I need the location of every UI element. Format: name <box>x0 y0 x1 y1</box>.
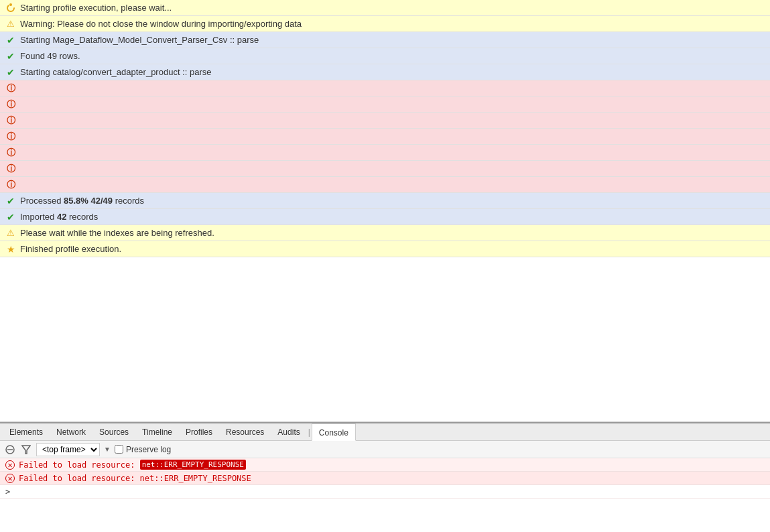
frame-selector[interactable]: <top frame> <box>36 443 100 456</box>
tab-separator: | <box>307 427 312 437</box>
check-icon: ✔ <box>5 51 16 62</box>
tab-timeline[interactable]: Timeline <box>135 423 179 441</box>
error-highlight: net::ERR_EMPTY_RESPONSE <box>140 460 246 470</box>
spin-icon <box>5 3 16 13</box>
log-row: ✔ Starting Mage_Dataflow_Model_Convert_P… <box>0 32 770 48</box>
check-icon: ✔ <box>5 196 16 206</box>
log-row: ⓘ <box>0 177 770 193</box>
log-row: ✔ Found 49 rows. <box>0 48 770 64</box>
error-text-prefix: Failed to load resource: <box>19 460 140 470</box>
devtools-panel: Elements Network Sources Timeline Profil… <box>0 422 770 532</box>
log-text: Finished profile execution. <box>20 244 121 254</box>
tab-resources[interactable]: Resources <box>219 423 271 441</box>
log-row: ⚠ Warning: Please do not close the windo… <box>0 16 770 32</box>
log-row: ⓘ <box>0 80 770 96</box>
star-icon: ★ <box>5 244 16 255</box>
error-icon: ⓘ <box>5 147 16 158</box>
warning-icon: ⚠ <box>5 19 16 29</box>
error-icon: ⓘ <box>5 163 16 174</box>
console-prompt-symbol[interactable]: > <box>5 487 10 496</box>
log-row: ⓘ <box>0 145 770 161</box>
error-text-2: Failed to load resource: net::ERR_EMPTY_… <box>19 474 251 483</box>
console-error-row-2: ✕ Failed to load resource: net::ERR_EMPT… <box>0 472 770 485</box>
log-text: Please wait while the indexes are being … <box>20 228 214 238</box>
log-row: ⓘ <box>0 96 770 113</box>
console-prompt-row: > <box>0 485 770 498</box>
log-text: Warning: Please do not close the window … <box>20 19 302 29</box>
error-icon: ⓘ <box>5 115 16 126</box>
svg-point-1 <box>9 3 12 6</box>
error-icon: ⓘ <box>5 131 16 142</box>
tab-profiles[interactable]: Profiles <box>179 423 219 441</box>
tab-sources[interactable]: Sources <box>92 423 135 441</box>
devtools-tabs: Elements Network Sources Timeline Profil… <box>0 423 770 441</box>
devtools-toolbar: <top frame> ▼ Preserve log <box>0 441 770 458</box>
tab-elements[interactable]: Elements <box>3 423 50 441</box>
log-text: Starting profile execution, please wait.… <box>20 3 172 13</box>
error-icon: ⓘ <box>5 99 16 110</box>
log-row: ★ Finished profile execution. <box>0 241 770 257</box>
log-row: ⚠ Please wait while the indexes are bein… <box>0 225 770 241</box>
log-text: Processed 85.8% 42/49 records <box>20 196 144 206</box>
check-icon: ✔ <box>5 212 16 222</box>
console-error-icon-2: ✕ <box>5 474 15 483</box>
frame-selector-arrow: ▼ <box>104 446 111 453</box>
log-text: Starting catalog/convert_adapter_product… <box>20 67 211 77</box>
log-row: ✔ Processed 85.8% 42/49 records <box>0 193 770 209</box>
log-row: Starting profile execution, please wait.… <box>0 0 770 16</box>
log-row: ⓘ <box>0 129 770 145</box>
filter-icon[interactable] <box>20 444 32 456</box>
preserve-log-label[interactable]: Preserve log <box>115 445 171 454</box>
main-log-area: Starting profile execution, please wait.… <box>0 0 770 422</box>
console-content: ✕ Failed to load resource: net::ERR_EMPT… <box>0 458 770 532</box>
preserve-log-text: Preserve log <box>126 445 171 454</box>
console-error-icon: ✕ <box>5 460 15 470</box>
error-icon: ⓘ <box>5 83 16 94</box>
tab-console[interactable]: Console <box>312 423 356 441</box>
log-text: Found 49 rows. <box>20 51 80 61</box>
tab-audits[interactable]: Audits <box>271 423 306 441</box>
preserve-log-checkbox[interactable] <box>115 445 123 454</box>
tab-network[interactable]: Network <box>50 423 92 441</box>
log-row: ⓘ <box>0 113 770 129</box>
log-row: ⓘ <box>0 161 770 177</box>
check-icon: ✔ <box>5 35 16 46</box>
clear-icon[interactable] <box>4 444 16 456</box>
log-row: ✔ Imported 42 records <box>0 209 770 225</box>
log-text: Imported 42 records <box>20 212 98 222</box>
log-row: ✔ Starting catalog/convert_adapter_produ… <box>0 64 770 80</box>
check-icon: ✔ <box>5 67 16 78</box>
log-text: Starting Mage_Dataflow_Model_Convert_Par… <box>20 35 259 45</box>
error-icon: ⓘ <box>5 180 16 190</box>
console-error-row-1: ✕ Failed to load resource: net::ERR_EMPT… <box>0 458 770 472</box>
svg-marker-4 <box>22 446 30 454</box>
warning-icon: ⚠ <box>5 228 16 239</box>
